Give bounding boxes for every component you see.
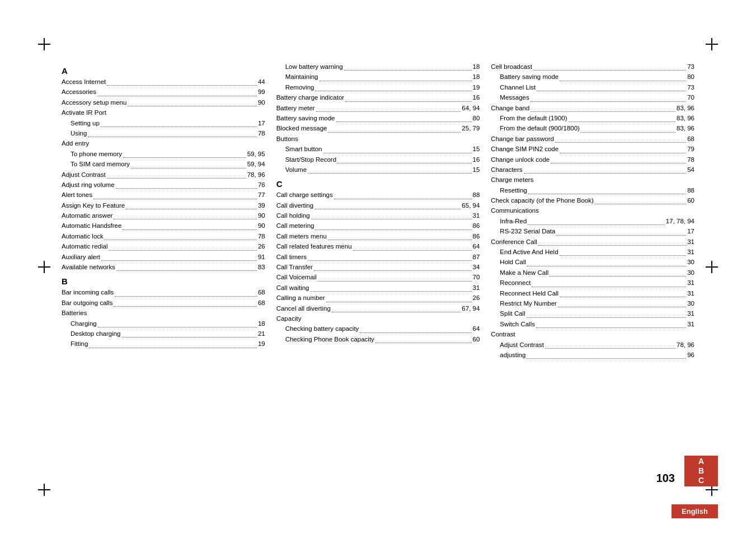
entry-page: 25, 79 [462, 123, 480, 133]
entry-page: 31 [687, 247, 694, 257]
entry-name: adjusting [500, 350, 525, 360]
entry-page: 17 [258, 118, 265, 128]
entry-dots [122, 327, 257, 338]
entry-dots [344, 60, 472, 71]
index-entry: Check capacity (of the Phone Book)60 [491, 195, 694, 205]
entry-page: 68 [258, 287, 265, 297]
index-entry: Fitting19 [62, 339, 265, 349]
entry-dots [581, 122, 675, 132]
entry-dots [532, 277, 686, 287]
entry-page: 64 [473, 324, 480, 334]
index-entry: Accessory setup menu90 [62, 97, 265, 107]
entry-name: Volume [285, 165, 307, 175]
entry-page: 64 [473, 241, 480, 251]
entry-page: 83, 96 [677, 103, 694, 113]
entry-dots [323, 143, 472, 153]
entry-dots [345, 91, 471, 101]
entry-page: 39 [258, 200, 265, 210]
index-entry: Cancel all diverting67, 94 [276, 303, 480, 313]
entry-name: Reconnect [500, 278, 530, 288]
entry-page: 78 [687, 154, 694, 165]
entry-dots [88, 127, 256, 137]
entry-page: 16 [473, 154, 480, 165]
entry-dots [89, 338, 257, 348]
entry-dots [105, 230, 257, 240]
entry-dots [334, 189, 472, 199]
section-letter-C: C [276, 179, 480, 189]
entry-dots [320, 71, 472, 81]
language-label: English [672, 504, 718, 518]
entry-page: 83 [258, 262, 265, 272]
entry-dots [530, 91, 686, 101]
entry-name: Charging [71, 318, 97, 329]
entry-page: 60 [687, 195, 694, 205]
index-entry: Characters54 [491, 165, 694, 175]
entry-page: 68 [258, 298, 265, 308]
entry-dots [310, 282, 471, 292]
crosshair-bottom-left [38, 484, 50, 496]
column-1: AAccess Internet44Accessories99Accessory… [62, 62, 276, 472]
entry-page: 15 [473, 165, 480, 175]
entry-name: Battery saving mode [276, 113, 335, 123]
entry-page: 26 [258, 241, 265, 251]
entry-page: 67, 94 [462, 303, 480, 313]
entry-page: 78 [258, 231, 265, 241]
entry-dots [527, 349, 686, 359]
entry-page: 60 [473, 334, 480, 344]
entry-page: 34 [473, 262, 480, 272]
entry-page: 73 [687, 62, 694, 72]
entry-name: From the default (1900) [500, 113, 567, 123]
index-entry: Checking Phone Book capacity60 [276, 334, 480, 344]
entry-page: 80 [473, 113, 480, 123]
entry-name: Resetting [500, 185, 527, 195]
entry-dots [569, 112, 676, 122]
entry-dots [128, 96, 257, 106]
entry-page: 73 [687, 82, 694, 92]
language-text: English [682, 507, 708, 516]
entry-dots [109, 240, 256, 250]
entry-dots [556, 225, 686, 235]
entry-page: 88 [473, 190, 480, 200]
entry-name: Fitting [71, 339, 88, 349]
entry-name: To phone memory [71, 149, 122, 159]
entry-name: Bar outgoing calls [62, 298, 112, 308]
entry-dots [538, 236, 686, 246]
entry-page: 70 [473, 272, 480, 282]
entry-page: 86 [473, 221, 480, 231]
entry-dots [527, 256, 686, 266]
entry-name: Infra-Red [500, 216, 527, 226]
entry-dots [550, 266, 686, 277]
entry-name: Accessory setup menu [62, 97, 126, 107]
entry-dots [530, 102, 675, 112]
entry-dots [311, 209, 472, 219]
content-area: AAccess Internet44Accessories99Accessory… [62, 62, 694, 472]
entry-page: 76 [258, 180, 265, 190]
entry-dots [93, 189, 257, 199]
entry-page: 83, 96 [677, 113, 694, 123]
abc-tab-text: A B C [698, 457, 704, 485]
entry-dots [318, 271, 472, 281]
entry-page: 30 [687, 268, 694, 278]
entry-page: 54 [687, 165, 694, 175]
entry-dots [336, 112, 472, 122]
entry-page: 68 [687, 134, 694, 144]
abc-tab: A B C [684, 456, 718, 486]
entry-dots [527, 307, 686, 317]
entry-dots [545, 339, 675, 349]
entry-dots [97, 86, 257, 96]
entry-name: Activate IR Port [62, 107, 106, 118]
crosshair-top-left [38, 38, 50, 50]
entry-page: 59, 95 [247, 149, 265, 159]
entry-dots [328, 230, 472, 240]
page-number: 103 [656, 472, 675, 485]
entry-dots [308, 251, 472, 261]
index-entry: Blocked message25, 79 [276, 123, 480, 133]
entry-dots [308, 163, 472, 174]
entry-name: Smart button [285, 144, 322, 154]
entry-page: 31 [473, 283, 480, 293]
entry-name: Alert tones [62, 190, 92, 200]
crosshair-top-right [706, 38, 718, 50]
index-entry: Available networks83 [62, 262, 265, 272]
entry-name: Call metering [276, 221, 314, 231]
entry-name: Call holding [276, 210, 310, 221]
